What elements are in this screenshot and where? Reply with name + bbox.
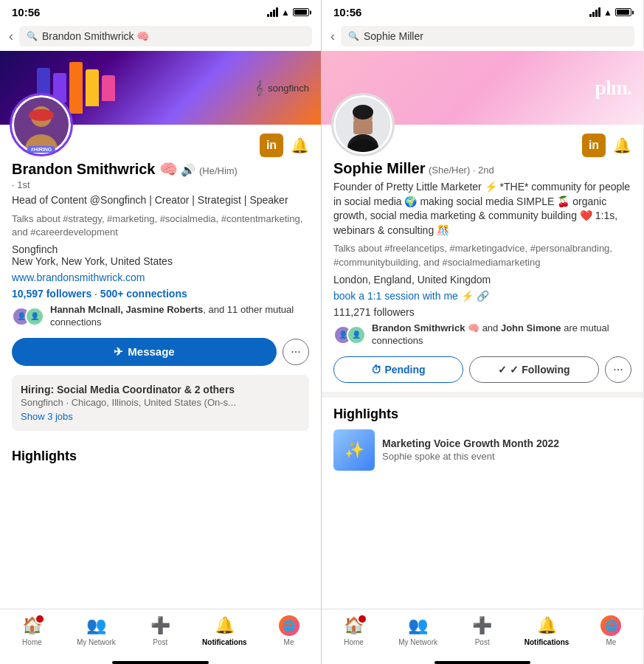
wifi-icon-right: ▲ [603,7,612,18]
songfinch-text: songfinch [268,83,309,94]
notifications-icon-right: 🔔 [537,616,557,635]
mutual-avatar-r2: 👤 [347,325,366,345]
bell-icon-left[interactable]: 🔔 [291,136,309,154]
nav-notifications-right[interactable]: 🔔 Notifications [524,615,569,646]
left-phone: 10:56 ▲ ‹ 🔍 Brandon Smithwrick 🧠 [0,0,322,664]
search-icon-right: 🔍 [348,31,359,41]
mutual-text-right: Brandon Smithwrick 🧠 and John Simone are… [372,322,631,347]
wifi-icon-left: ▲ [281,7,290,18]
job-card-left: Hiring: Social Media Coordinator & 2 oth… [12,375,309,431]
checkmark-icon: ✓ [498,364,507,376]
profile-followers-right: 111,271 followers [333,306,631,318]
me-label-left: Me [284,638,294,646]
highlight-info-right: Marketing Voice Growth Month 2022 Sophie… [382,438,559,462]
search-query-left: Brandon Smithwrick 🧠 [42,30,149,42]
notifications-label-right: Notifications [524,638,569,646]
profile-website-left[interactable]: www.brandonsmithwrick.com [12,272,309,283]
profile-headline-left: Head of Content @Songfinch | Creator | S… [12,193,309,208]
profile-name-right: Sophie Miller [333,160,425,176]
profile-hashtags-right: Talks about #freelancetips, #marketingad… [333,242,631,269]
mutual-avatars-right: 👤 👤 [333,325,366,345]
action-buttons-right: ⏱ Pending ✓ ✓ Following ··· [333,356,631,383]
status-bar-right: 10:56 ▲ [322,0,643,21]
profile-headline-right: Founder of Pretty Little Marketer ⚡ *THE… [333,180,631,238]
bell-icon-right[interactable]: 🔔 [613,136,631,154]
bottom-nav-right: 🏠 Home 👥 My Network ➕ Post 🔔 [322,609,643,658]
profile-actions-right: in 🔔 [582,134,631,157]
profile-pronouns-left: (He/Him) [199,165,238,176]
more-button-left[interactable]: ··· [283,339,309,365]
profile-location-left: New York, New York, United States [12,255,309,267]
linkedin-icon-right[interactable]: in [582,134,606,157]
nav-me-left[interactable]: 🌐 Me [267,615,311,646]
me-label-right: Me [606,638,616,646]
status-icons-left: ▲ [267,7,309,18]
following-label: ✓ Following [510,364,569,376]
bottom-nav-left: 🏠 Home 👥 My Network ➕ Post 🔔 [0,609,321,658]
job-company-left: Songfinch · Chicago, Illinois, United St… [21,397,300,408]
network-icon-right: 👥 [408,616,428,635]
more-button-right[interactable]: ··· [605,356,631,383]
following-button-right[interactable]: ✓ ✓ Following [469,356,599,383]
job-title-left: Hiring: Social Media Coordinator & 2 oth… [21,384,300,395]
highlight-thumb-right: ✨ [333,429,375,471]
mutual-connections-left: 👤 👤 Hannah McInall, Jasmine Roberts, and… [12,304,309,329]
search-query-right: Sophie Miller [364,30,423,42]
nav-network-right[interactable]: 👥 My Network [396,615,440,646]
network-label-left: My Network [77,638,116,646]
status-bar-left: 10:56 ▲ [0,0,321,21]
notifications-icon-left: 🔔 [215,616,235,635]
highlights-title-right: Highlights [333,407,631,422]
profile-degree-left: · 1st [12,179,309,190]
profile-followers-left: 10,597 followers · 500+ connections [12,288,309,300]
home-indicator-right [434,661,531,664]
highlight-thumb-icon: ✨ [344,440,364,460]
songfinch-music-icon: 𝄞 [255,80,263,96]
signal-icon-right [589,7,600,17]
separator-right [322,392,643,398]
pending-button-right[interactable]: ⏱ Pending [333,356,463,383]
profile-name-row-left: Brandon Smithwrick 🧠 🔊 (He/Him) [12,160,309,178]
back-button-right[interactable]: ‹ [330,29,335,44]
highlights-title-left: Highlights [12,449,309,464]
hiring-badge: #HIRING [27,146,55,153]
mutual-connections-right: 👤 👤 Brandon Smithwrick 🧠 and John Simone… [333,322,631,347]
profile-connections-left[interactable]: 500+ connections [100,288,187,300]
nav-home-left[interactable]: 🏠 Home [10,615,54,646]
audio-icon-left[interactable]: 🔊 [181,164,198,176]
action-buttons-left: ✈ Message ··· [12,338,309,366]
plm-logo: plm. [595,76,631,100]
nav-network-left[interactable]: 👥 My Network [74,615,118,646]
job-link-left[interactable]: Show 3 jobs [21,411,300,422]
message-button-left[interactable]: ✈ Message [12,338,277,366]
linkedin-icon-left[interactable]: in [260,134,283,157]
mutual-text-left: Hannah McInall, Jasmine Roberts, and 11 … [50,304,309,329]
back-button-left[interactable]: ‹ [9,29,13,44]
nav-me-right[interactable]: 🌐 Me [589,615,633,646]
profile-actions-left: in 🔔 [260,134,309,157]
signal-icon-left [267,7,278,17]
avatar-left: #HIRING [12,95,71,154]
battery-icon-right [615,8,631,16]
profile-website-right[interactable]: book a 1:1 session with me ⚡ 🔗 [333,290,631,302]
nav-post-left[interactable]: ➕ Post [138,615,182,646]
nav-home-right[interactable]: 🏠 Home [332,615,376,646]
nav-notifications-left[interactable]: 🔔 Notifications [202,615,247,646]
search-box-right[interactable]: 🔍 Sophie Miller [341,26,634,46]
search-icon-left: 🔍 [27,31,38,41]
nav-post-right[interactable]: ➕ Post [460,615,505,646]
status-time-left: 10:56 [12,6,40,18]
network-label-right: My Network [398,638,437,646]
search-box-left[interactable]: 🔍 Brandon Smithwrick 🧠 [19,26,312,46]
home-badge-right [357,614,367,624]
pending-label: Pending [384,364,425,376]
status-icons-right: ▲ [589,7,631,18]
avatar-right [333,95,392,154]
highlight-desc-right: Sophie spoke at this event [382,451,559,462]
battery-icon-left [293,8,309,16]
post-icon-right: ➕ [472,616,492,635]
highlights-right: Highlights ✨ Marketing Voice Growth Mont… [322,398,643,480]
profile-name-left: Brandon Smithwrick 🧠 [12,161,178,177]
mutual-avatar-2: 👤 [25,307,44,326]
highlight-card-right[interactable]: ✨ Marketing Voice Growth Month 2022 Soph… [333,429,631,471]
